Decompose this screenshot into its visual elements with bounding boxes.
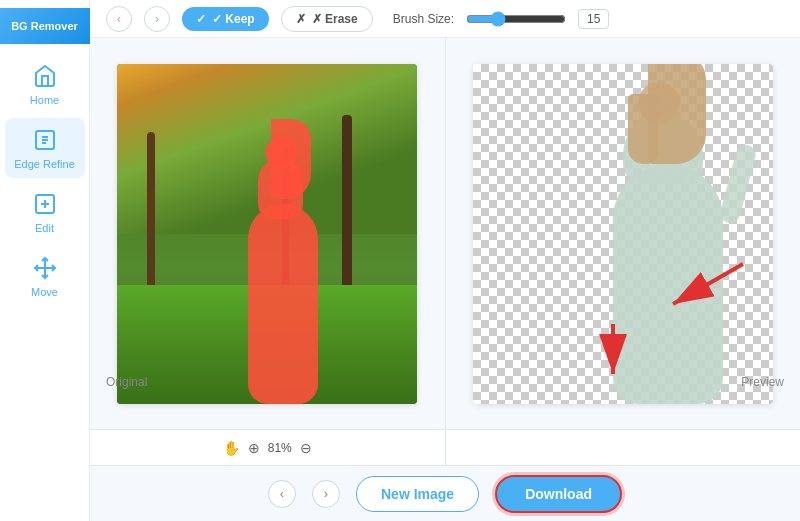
next-button[interactable]: ›	[312, 480, 340, 508]
app-logo: BG Remover	[0, 8, 90, 44]
zoom-percent: 81%	[268, 441, 292, 455]
original-label: Original	[106, 375, 147, 389]
original-panel: Original ✋ ⊕ 81% ⊖	[90, 38, 446, 465]
logo-text: BG Remover	[11, 20, 78, 32]
sidebar-move-label: Move	[31, 286, 58, 298]
sidebar-item-move[interactable]: Move	[5, 246, 85, 306]
original-image	[117, 64, 417, 404]
preview-label: Preview	[741, 375, 784, 389]
move-icon	[31, 254, 59, 282]
erase-label: ✗ Erase	[312, 12, 358, 26]
next-icon: ›	[324, 486, 328, 501]
main-content: ‹ › ✓ ✓ Keep ✗ ✗ Erase Brush Size: 15	[90, 0, 800, 521]
footer: ‹ › New Image Download	[90, 465, 800, 521]
sidebar: BG Remover Home Edge Refine Edit Move	[0, 0, 90, 521]
original-panel-bottom: ✋ ⊕ 81% ⊖	[90, 429, 445, 465]
zoom-in-icon[interactable]: ⊕	[248, 440, 260, 456]
original-image-frame	[117, 64, 417, 404]
zoom-out-icon[interactable]: ⊖	[300, 440, 312, 456]
sidebar-edit-label: Edit	[35, 222, 54, 234]
prev-button[interactable]: ‹	[268, 480, 296, 508]
prev-icon: ‹	[280, 486, 284, 501]
sidebar-item-edge-refine[interactable]: Edge Refine	[5, 118, 85, 178]
preview-image-frame	[473, 64, 773, 404]
original-panel-content: Original	[90, 38, 445, 429]
sidebar-item-edit[interactable]: Edit	[5, 182, 85, 242]
brush-size-slider[interactable]	[466, 11, 566, 27]
edit-icon	[31, 190, 59, 218]
home-icon	[31, 62, 59, 90]
new-image-button[interactable]: New Image	[356, 476, 479, 512]
toolbar: ‹ › ✓ ✓ Keep ✗ ✗ Erase Brush Size: 15	[90, 0, 800, 38]
download-label: Download	[525, 486, 592, 502]
preview-panel-bottom	[446, 429, 801, 465]
hand-icon[interactable]: ✋	[223, 440, 240, 456]
erase-button[interactable]: ✗ ✗ Erase	[281, 6, 373, 32]
brush-size-value: 15	[578, 9, 609, 29]
keep-checkmark: ✓	[196, 12, 206, 26]
keep-label: ✓ Keep	[212, 12, 255, 26]
brush-size-label: Brush Size:	[393, 12, 454, 26]
new-image-label: New Image	[381, 486, 454, 502]
preview-panel-content: Preview	[446, 38, 801, 429]
download-button[interactable]: Download	[495, 475, 622, 513]
sidebar-item-home[interactable]: Home	[5, 54, 85, 114]
keep-button[interactable]: ✓ ✓ Keep	[182, 7, 269, 31]
original-woman	[243, 164, 323, 404]
preview-woman	[593, 94, 753, 404]
sidebar-home-label: Home	[30, 94, 59, 106]
preview-panel: Preview	[446, 38, 801, 465]
edge-refine-icon	[31, 126, 59, 154]
erase-icon: ✗	[296, 12, 306, 26]
preview-spacer	[621, 441, 624, 455]
forward-button[interactable]: ›	[144, 6, 170, 32]
back-button[interactable]: ‹	[106, 6, 132, 32]
sidebar-edge-refine-label: Edge Refine	[14, 158, 75, 170]
canvas-area: Original ✋ ⊕ 81% ⊖	[90, 38, 800, 465]
